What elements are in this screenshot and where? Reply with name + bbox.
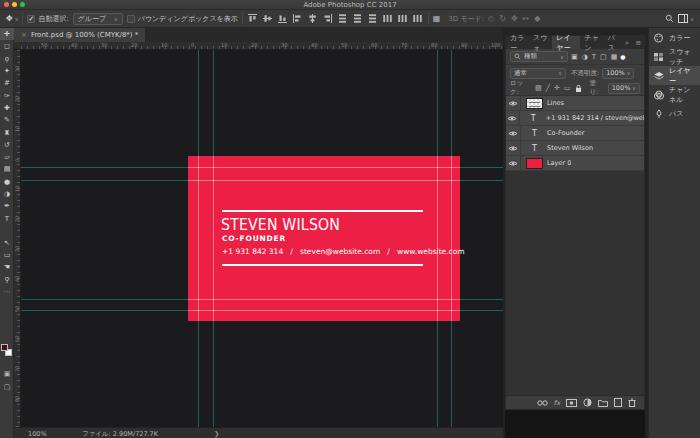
- hand-tool[interactable]: ☚: [0, 261, 14, 273]
- panel-tab-チャン[interactable]: チャン: [580, 36, 603, 49]
- fill-field[interactable]: 100% ∨: [608, 83, 640, 94]
- filter-kind-icon-0[interactable]: ▣: [571, 53, 578, 61]
- vertical-ruler[interactable]: 3020100102030405060708090: [14, 50, 21, 427]
- horizontal-ruler[interactable]: 50403020100102030405060708090100: [14, 42, 503, 50]
- panel-tab-スウォ[interactable]: スウォ: [529, 36, 552, 49]
- move-tool[interactable]: ✛: [0, 28, 14, 40]
- pen-tool[interactable]: ✒: [0, 200, 14, 212]
- align-right-icon[interactable]: [322, 13, 334, 25]
- gradient-tool[interactable]: ▤: [0, 163, 14, 175]
- align-hcenter-icon[interactable]: [307, 13, 319, 25]
- lock-icon-2[interactable]: ✛: [554, 84, 560, 92]
- workspace-switcher-button[interactable]: ∨: [678, 14, 694, 23]
- canvas[interactable]: STEVEN WILSON CO-FOUNDER +1 931 842 314 …: [21, 50, 503, 427]
- new-layer-icon[interactable]: [614, 398, 622, 407]
- dist-vcenter-icon[interactable]: [352, 13, 364, 25]
- tool-preset-button[interactable]: ✥ ∨: [6, 14, 18, 23]
- panel-tab-カラー[interactable]: カラー: [506, 36, 529, 49]
- lock-icon-0[interactable]: ▨: [535, 84, 542, 92]
- auto-select-checkbox[interactable]: ✓ 自動選択:: [27, 14, 68, 24]
- layer-row[interactable]: Lines: [506, 96, 644, 111]
- layer-visibility-eye-icon[interactable]: [506, 156, 521, 170]
- path-select-tool[interactable]: ↖: [0, 237, 14, 249]
- 3d-mode-icon-2[interactable]: ✥: [511, 14, 518, 23]
- layer-visibility-eye-icon[interactable]: [506, 96, 521, 110]
- layer-visibility-eye-icon[interactable]: [506, 141, 521, 155]
- align-top-icon[interactable]: [247, 13, 259, 25]
- layer-row[interactable]: T+1 931 842 314 / steven@web...: [506, 111, 644, 126]
- screen-mode-button[interactable]: ▢: [0, 383, 14, 391]
- 3d-mode-icon-1[interactable]: ↻: [499, 14, 506, 23]
- marquee-tool[interactable]: ◻: [0, 40, 14, 52]
- document-tab[interactable]: × Front.psd @ 100% (CMYK/8*) *: [14, 28, 145, 42]
- filter-kind-icon-2[interactable]: T: [592, 53, 596, 61]
- fx-icon[interactable]: fx: [554, 399, 560, 407]
- 3d-mode-icon-3[interactable]: ↔: [523, 14, 530, 23]
- panel-tab-レイヤー[interactable]: レイヤー: [552, 36, 580, 49]
- search-icon[interactable]: [665, 14, 674, 23]
- edit-toolbar-button[interactable]: ⋯: [0, 286, 14, 298]
- mask-icon[interactable]: [566, 399, 577, 407]
- blend-mode-dropdown[interactable]: 通常 ∨: [510, 68, 566, 79]
- filter-kind-icon-1[interactable]: ◑: [582, 53, 588, 61]
- shape-tool[interactable]: ▭: [0, 249, 14, 261]
- layer-row[interactable]: Layer 0: [506, 156, 644, 171]
- filter-kind-icon-4[interactable]: ▦: [611, 53, 618, 61]
- layer-visibility-eye-icon[interactable]: [506, 111, 520, 125]
- dist-left-icon[interactable]: [382, 13, 394, 25]
- dock-item-レイヤー[interactable]: レイヤー: [649, 66, 700, 85]
- trash-icon[interactable]: [628, 398, 636, 407]
- zoom-tool[interactable]: ⚲: [0, 274, 14, 286]
- foreground-color-swatch[interactable]: [1, 344, 8, 351]
- adjustment-icon[interactable]: [583, 398, 592, 407]
- lock-icon-3[interactable]: ▭: [564, 84, 571, 92]
- crop-tool[interactable]: #: [0, 77, 14, 89]
- layer-row[interactable]: TSteven Wilson: [506, 141, 644, 156]
- lock-all-icon[interactable]: [574, 84, 583, 93]
- close-tab-icon[interactable]: ×: [21, 31, 27, 39]
- 3d-mode-icon-4[interactable]: ◆: [534, 14, 540, 23]
- panel-menu-icon[interactable]: ≡: [632, 36, 644, 49]
- layer-visibility-eye-icon[interactable]: [506, 126, 521, 140]
- filter-kind-icon-3[interactable]: ▢: [600, 53, 607, 61]
- dock-item-パス[interactable]: パス: [649, 104, 700, 123]
- opacity-field[interactable]: 100% ∨: [602, 68, 634, 79]
- dock-item-チャンネル[interactable]: チャンネル: [649, 85, 700, 104]
- blur-tool[interactable]: ●: [0, 176, 14, 188]
- auto-select-target-dropdown[interactable]: グループ ∨: [73, 13, 123, 25]
- eraser-tool[interactable]: ▱: [0, 151, 14, 163]
- filter-toggle-icon[interactable]: ●: [620, 53, 625, 60]
- status-options-chevron[interactable]: ❯: [214, 430, 219, 438]
- layer-thumbnail[interactable]: [526, 158, 543, 169]
- zoom-level-field[interactable]: 100%: [28, 430, 47, 438]
- healing-brush-tool[interactable]: ✚: [0, 102, 14, 114]
- lock-icon-1[interactable]: ╱: [546, 84, 550, 92]
- dist-hcenter-icon[interactable]: [397, 13, 409, 25]
- align-left-icon[interactable]: [292, 13, 304, 25]
- dist-bottom-icon[interactable]: [367, 13, 379, 25]
- align-vcenter-icon[interactable]: [262, 13, 274, 25]
- lasso-tool[interactable]: ϙ: [0, 53, 14, 65]
- dist-top-icon[interactable]: [337, 13, 349, 25]
- eyedropper-tool[interactable]: ✑: [0, 89, 14, 101]
- layer-row[interactable]: TCo-Founder: [506, 126, 644, 141]
- type-tool[interactable]: T: [0, 212, 14, 224]
- clone-stamp-tool[interactable]: ♜: [0, 126, 14, 138]
- distribute-spacing-button[interactable]: ▦: [433, 14, 441, 23]
- dodge-tool[interactable]: ◑: [0, 188, 14, 200]
- layer-thumbnail[interactable]: [526, 98, 543, 109]
- dist-right-icon[interactable]: [412, 13, 424, 25]
- quick-mask-button[interactable]: ▣: [0, 370, 14, 378]
- panel-tab-パス[interactable]: パス: [604, 36, 622, 49]
- collapse-panel-icon[interactable]: »: [622, 36, 632, 49]
- folder-icon[interactable]: [598, 399, 608, 407]
- layer-filter-dropdown[interactable]: 種類 ∨: [510, 51, 568, 62]
- show-bounding-box-checkbox[interactable]: バウンディングボックスを表示: [127, 14, 238, 24]
- brush-tool[interactable]: ✎: [0, 114, 14, 126]
- align-bottom-icon[interactable]: [277, 13, 289, 25]
- 3d-mode-icon-0[interactable]: ◇: [488, 14, 494, 23]
- history-brush-tool[interactable]: ↺: [0, 139, 14, 151]
- dock-item-カラー[interactable]: カラー: [649, 28, 700, 47]
- link-icon[interactable]: [537, 400, 548, 406]
- dock-item-スウォッチ[interactable]: スウォッチ: [649, 47, 700, 66]
